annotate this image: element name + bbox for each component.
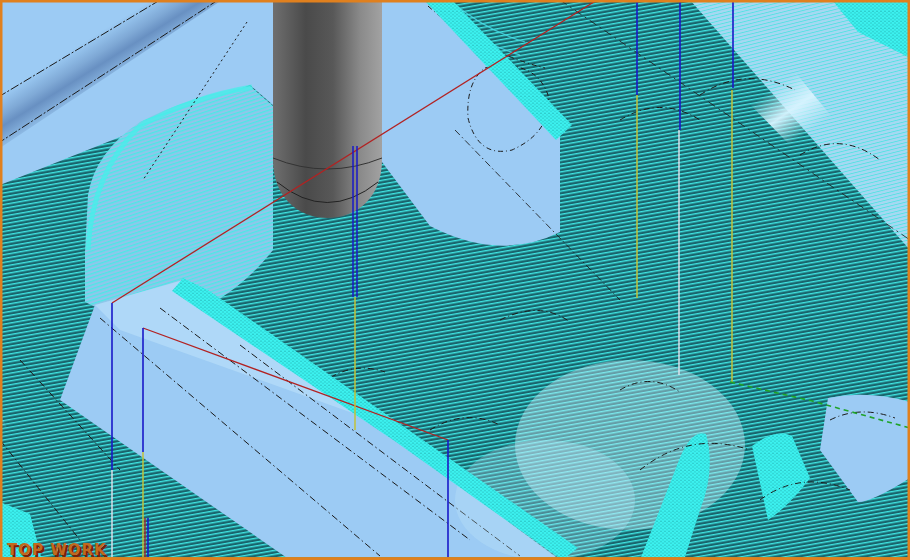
view-label-text: TOP WORK	[7, 541, 107, 559]
tool-shaft	[273, 2, 382, 162]
cam-viewport[interactable]: TOP WORK TOP WORK	[0, 0, 910, 560]
cam-graphics-window[interactable]: TOP WORK TOP WORK	[0, 0, 910, 560]
cutting-tool	[273, 2, 382, 218]
